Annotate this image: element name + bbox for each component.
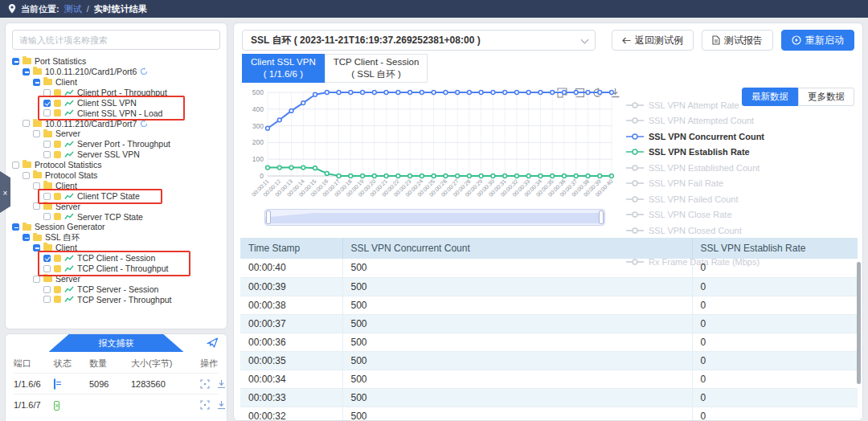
- tree-checkbox[interactable]: [43, 193, 51, 200]
- tab-tcp-client-session[interactable]: TCP Client - Session ( SSL 自环 ): [325, 54, 428, 83]
- tree-item[interactable]: Server: [6, 201, 227, 211]
- tab-client-ssl-vpn[interactable]: Client SSL VPN ( 1/1.6/6 ): [242, 54, 325, 83]
- tree-checkbox[interactable]: [43, 265, 51, 272]
- location-pin-icon: [8, 4, 16, 14]
- tree-checkbox[interactable]: [33, 79, 40, 86]
- tree-item[interactable]: Server: [6, 274, 227, 284]
- legend-marker-icon: [626, 164, 644, 172]
- test-run-select-value: SSL 自环 ( 2023-11-21T16:19:37.269252381+0…: [251, 34, 481, 47]
- search-input[interactable]: [12, 30, 220, 50]
- more-data-button[interactable]: 更多数据: [798, 88, 854, 106]
- tree-item-label: Port Statistics: [35, 57, 86, 66]
- tree-item[interactable]: Port Statistics: [6, 56, 227, 67]
- tree-item[interactable]: Client: [6, 243, 227, 253]
- tree-checkbox[interactable]: [43, 141, 51, 148]
- tree-checkbox[interactable]: [43, 109, 51, 116]
- capture-frame-icon[interactable]: [200, 400, 210, 410]
- tree-item-label: Client: [55, 243, 77, 252]
- line-chart-icon: [64, 141, 74, 148]
- refresh-icon[interactable]: [140, 120, 148, 128]
- latest-data-button[interactable]: 最新数据: [742, 88, 798, 106]
- legend-item[interactable]: SSL VPN Fail Rate: [626, 175, 811, 191]
- tree-item[interactable]: Client SSL VPN - Load: [6, 108, 227, 118]
- legend-item[interactable]: SSL VPN Establish Rate: [626, 144, 811, 160]
- tree-checkbox[interactable]: [23, 120, 30, 127]
- table-cell: 00:00:39: [240, 277, 342, 296]
- legend-item[interactable]: SSL VPN Close Rate: [626, 206, 811, 223]
- send-icon[interactable]: [207, 337, 219, 348]
- tree-checkbox[interactable]: [23, 172, 30, 179]
- tree-item[interactable]: Session Generator: [6, 222, 227, 232]
- tree-item[interactable]: Server: [6, 129, 227, 139]
- restart-button[interactable]: 重新启动: [781, 30, 854, 51]
- chevron-down-icon: [581, 36, 589, 44]
- table-cell: 0: [692, 388, 858, 407]
- back-to-testcase-button[interactable]: 返回测试例: [612, 30, 694, 51]
- tree-checkbox[interactable]: [43, 296, 51, 303]
- tree-checkbox[interactable]: [43, 89, 51, 96]
- tree-checkbox[interactable]: [23, 68, 30, 76]
- legend-item[interactable]: SSL VPN Attempted Count: [626, 112, 811, 129]
- tree-checkbox[interactable]: [33, 276, 40, 283]
- tree-item[interactable]: Client SSL VPN: [6, 98, 227, 108]
- tree-checkbox[interactable]: [43, 255, 51, 262]
- tree-item[interactable]: SSL 自环: [6, 232, 227, 243]
- tree-checkbox[interactable]: [43, 100, 51, 107]
- legend-item[interactable]: SSL VPN Established Count: [626, 160, 811, 176]
- download-icon[interactable]: [217, 379, 226, 389]
- legend-marker-icon: [626, 179, 644, 187]
- tree-checkbox[interactable]: [33, 244, 40, 251]
- tree-item[interactable]: TCP Server - Session: [6, 284, 227, 295]
- download-icon[interactable]: [217, 400, 226, 410]
- legend-label: SSL VPN Close Rate: [649, 210, 732, 219]
- refresh-icon[interactable]: [140, 67, 148, 76]
- results-table-header: Time StampSSL VPN Concurrent CountSSL VP…: [240, 238, 858, 259]
- legend-item[interactable]: SSL VPN Closed Count: [626, 223, 811, 239]
- datazoom-left-handle[interactable]: [266, 210, 271, 224]
- tree-item[interactable]: Protocol Stats: [6, 170, 227, 181]
- tree-item[interactable]: Protocol Statistics: [6, 160, 227, 170]
- tree-item[interactable]: Server SSL VPN: [6, 149, 227, 160]
- tree-checkbox[interactable]: [33, 202, 40, 210]
- tree-item[interactable]: Server Port - Throughput: [6, 139, 227, 149]
- test-report-button[interactable]: 测试报告: [702, 30, 773, 51]
- tree-item[interactable]: Client TCP State: [6, 191, 227, 202]
- tree-item[interactable]: Client: [6, 77, 227, 88]
- tree-item-label: Client SSL VPN - Load: [77, 109, 162, 118]
- tree-item-label: Protocol Statistics: [35, 161, 101, 170]
- tree-item[interactable]: 10.0.11.210/Card1/Port7: [6, 118, 227, 129]
- tree-item[interactable]: 10.0.11.210/Card1/Port6: [6, 67, 227, 77]
- tree-checkbox[interactable]: [23, 234, 30, 241]
- table-cell: 0: [692, 277, 858, 296]
- tree-checkbox[interactable]: [12, 58, 19, 65]
- legend-item[interactable]: SSL VPN Concurrent Count: [626, 129, 811, 145]
- table-row: 00:00:375000: [240, 314, 858, 333]
- tree-item[interactable]: Server TCP State: [6, 211, 227, 222]
- tree-checkbox[interactable]: [33, 130, 40, 137]
- tree-checkbox[interactable]: [33, 182, 40, 190]
- capture-frame-icon[interactable]: [200, 379, 210, 389]
- legend-item[interactable]: SSL VPN Failed Count: [626, 191, 811, 207]
- chart-datazoom-slider[interactable]: [264, 209, 605, 226]
- tree-item-label: TCP Client - Session: [77, 254, 155, 263]
- tree-item[interactable]: Client Port - Throughput: [6, 88, 227, 98]
- stat-item-icon: [54, 141, 61, 148]
- table-cell: 500: [342, 407, 692, 421]
- breadcrumb-section-link[interactable]: 测试: [64, 3, 82, 15]
- tree-checkbox[interactable]: [43, 151, 51, 158]
- tree-item[interactable]: Client: [6, 181, 227, 191]
- sidebar-collapse-button[interactable]: [0, 171, 10, 213]
- capture-table-header: 端口状态数量大小(字节)操作: [14, 354, 219, 373]
- tree-checkbox[interactable]: [12, 223, 19, 231]
- tree-checkbox[interactable]: [12, 161, 19, 169]
- tree-item[interactable]: TCP Server - Throughput: [6, 294, 227, 305]
- line-chart-icon: [64, 100, 74, 107]
- tree-item[interactable]: TCP Client - Session: [6, 253, 227, 264]
- datazoom-right-handle[interactable]: [599, 210, 604, 224]
- test-run-select[interactable]: SSL 自环 ( 2023-11-21T16:19:37.269252381+0…: [242, 30, 596, 51]
- table-scrollbar-thumb[interactable]: [857, 262, 861, 384]
- table-cell: 00:00:34: [240, 370, 342, 388]
- tree-checkbox[interactable]: [43, 213, 51, 220]
- tree-checkbox[interactable]: [43, 286, 51, 293]
- tree-item[interactable]: TCP Client - Throughput: [6, 264, 227, 274]
